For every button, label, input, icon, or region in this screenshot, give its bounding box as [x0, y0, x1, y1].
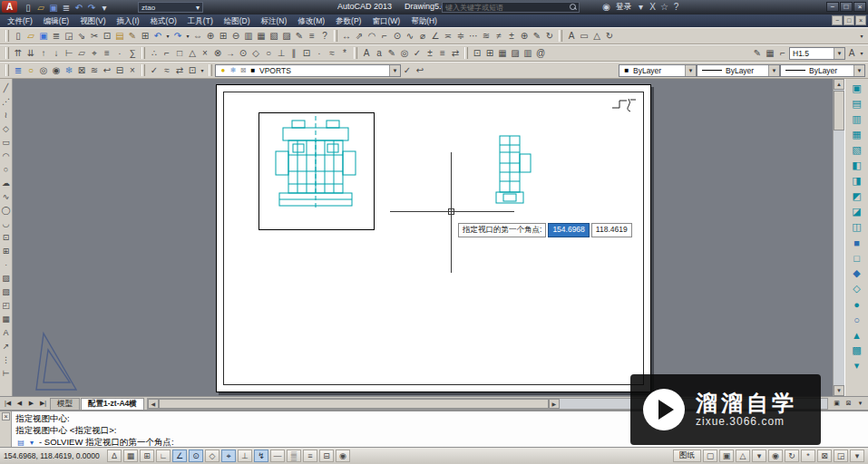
layer-color-swatch[interactable]: ■ — [249, 63, 258, 77]
side-tool-icon-15[interactable]: ● — [849, 296, 865, 312]
menu-insert[interactable]: 插入(I) — [112, 14, 145, 27]
help-icon[interactable]: ? — [670, 1, 682, 13]
layer-states-dropdown-icon[interactable]: ▾ — [199, 63, 206, 77]
line-icon[interactable]: ╱ — [0, 81, 12, 94]
auto-annotate-icon[interactable]: ↻ — [785, 450, 799, 462]
horizontal-scroll-thumb[interactable] — [159, 399, 549, 409]
maximize-button[interactable]: □ — [840, 2, 853, 12]
snap-center-icon[interactable]: ⊙ — [237, 46, 249, 60]
workspace-dropdown-icon[interactable]: ▾ — [98, 1, 111, 14]
toolbar-grip[interactable] — [5, 64, 9, 76]
dim-text-edit-icon[interactable]: A — [565, 29, 578, 43]
scroll-up-icon[interactable]: ▲ — [834, 79, 844, 90]
grid-toggle[interactable]: ⊞ — [140, 450, 154, 462]
copy-to-layer-icon[interactable]: ⊡ — [186, 63, 199, 77]
mass-properties-icon[interactable]: ∑ — [126, 46, 139, 60]
layer-previous-icon[interactable]: ↩ — [414, 63, 426, 77]
dim-continue-icon[interactable]: ⋯ — [467, 29, 480, 43]
scroll-left-icon[interactable]: ◀ — [148, 399, 159, 409]
layer-off-icon[interactable]: ○ — [24, 63, 37, 77]
clean-screen-icon[interactable]: ◲ — [834, 450, 848, 462]
dim-angular-icon[interactable]: ∠ — [429, 29, 442, 43]
qnew-icon[interactable]: ▯ — [12, 29, 24, 43]
quick-view-drawings-icon[interactable]: ▢ — [703, 450, 717, 462]
menu-window[interactable]: 窗口(W) — [366, 14, 405, 27]
toolbar-overflow-icon[interactable]: ▾ — [858, 46, 865, 60]
dim-break-icon[interactable]: ≠ — [493, 29, 505, 43]
snap-nearest-icon[interactable]: ≈ — [326, 46, 338, 60]
edit-text-icon[interactable]: ✎ — [385, 46, 398, 60]
layer-properties-icon[interactable]: ≣ — [12, 63, 24, 77]
toolbar-grip[interactable] — [141, 64, 145, 76]
tab-model[interactable]: 模型 — [50, 398, 80, 410]
make-object-layer-current-icon[interactable]: ✓ — [148, 63, 161, 77]
divide-icon[interactable]: ⋮ — [0, 353, 12, 366]
sheet-set-manager-icon[interactable]: ▨ — [280, 29, 293, 43]
snap-from-icon[interactable]: ⌐ — [161, 46, 173, 60]
save-icon[interactable]: ▣ — [37, 29, 50, 43]
side-tool-icon-3[interactable]: ▥ — [849, 111, 865, 127]
last-tab-icon[interactable]: ▶| — [37, 398, 49, 409]
find-replace-icon[interactable]: ◎ — [398, 46, 411, 60]
qnew-icon[interactable]: ▯ — [22, 1, 34, 14]
user-icon[interactable]: ◉ — [600, 1, 612, 13]
search-icon[interactable] — [568, 2, 579, 13]
snap-apparent-intersection-icon[interactable]: ⊗ — [211, 46, 224, 60]
dim-style-manager-icon[interactable]: ✎ — [751, 46, 764, 60]
side-tool-icon-11[interactable]: ■ — [849, 235, 865, 250]
dim-linear-icon[interactable]: ↔ — [340, 29, 353, 43]
justify-text-icon[interactable]: ≡ — [436, 46, 449, 60]
chevron-down-icon[interactable]: ▼ — [768, 65, 779, 76]
status-menu-dropdown-icon[interactable]: ▾ — [850, 450, 864, 462]
side-tool-icon-8[interactable]: ◩ — [849, 188, 865, 204]
ortho-toggle[interactable]: ∟ — [156, 450, 171, 462]
xref-icon[interactable]: ▦ — [496, 46, 509, 60]
chevron-down-icon[interactable]: ▼ — [389, 65, 400, 76]
insert-block-icon[interactable]: ⊡ — [0, 230, 12, 244]
convert-text-icon[interactable]: ⇄ — [449, 46, 462, 60]
menu-view[interactable]: 视图(V) — [74, 14, 111, 27]
snap-perpendicular-icon[interactable]: ⊥ — [275, 46, 288, 60]
viewport-border[interactable] — [258, 112, 375, 230]
arc-icon[interactable]: ◠ — [0, 149, 12, 162]
tray-menu-icon[interactable]: ▾ — [854, 398, 866, 409]
model-space-toggle-icon[interactable]: ▣ — [831, 398, 843, 409]
image-attach-icon[interactable]: ▨ — [509, 46, 522, 60]
ellipse-arc-icon[interactable]: ◡ — [0, 217, 12, 230]
insert-block-icon[interactable]: ⊡ — [471, 46, 483, 60]
block-editor-icon[interactable]: ⊞ — [139, 29, 151, 43]
id-point-icon[interactable]: ⌖ — [88, 46, 101, 60]
open-icon[interactable]: ▱ — [34, 1, 47, 14]
workspace-combo[interactable]: ztao ▾ — [138, 2, 203, 13]
dim-radius-icon[interactable]: ⊙ — [391, 29, 404, 43]
gradient-icon[interactable]: ▧ — [0, 285, 12, 298]
update-fields-icon[interactable]: ↻ — [603, 29, 616, 43]
side-tool-icon-1[interactable]: ▣ — [849, 81, 865, 96]
dynamic-input-toggle[interactable]: ↯ — [254, 450, 268, 462]
menu-dimension[interactable]: 标注(N) — [256, 14, 293, 27]
ellipse-icon[interactable]: ◯ — [0, 203, 12, 217]
properties-icon[interactable]: ▥ — [242, 29, 255, 43]
doc-minimize-button[interactable]: − — [832, 15, 843, 25]
dim-aligned-icon[interactable]: ⇗ — [353, 29, 366, 43]
make-block-icon[interactable]: ⊞ — [483, 46, 496, 60]
copy-icon[interactable]: ⊡ — [101, 29, 113, 43]
next-tab-icon[interactable]: ▶ — [25, 398, 37, 409]
close-button[interactable]: × — [853, 2, 866, 12]
menu-file[interactable]: 文件(F) — [2, 14, 38, 27]
dim-quick-icon[interactable]: ≍ — [442, 29, 454, 43]
zoom-window-icon[interactable]: ⊞ — [217, 29, 229, 43]
linetype-combo[interactable]: ByLayer ▼ — [697, 64, 780, 77]
exchange-icon[interactable]: X — [647, 1, 658, 13]
undo-icon[interactable]: ↶ — [151, 29, 164, 43]
ducs-toggle[interactable]: ⊥ — [238, 450, 252, 462]
snap-quadrant-icon[interactable]: ◇ — [249, 46, 262, 60]
paper-model-toggle[interactable]: 图纸 — [673, 450, 701, 462]
measure-icon[interactable]: ⊢ — [0, 366, 12, 380]
point-style-icon[interactable]: ∙ — [113, 46, 126, 60]
menu-format[interactable]: 格式(O) — [145, 14, 182, 27]
osnap-settings-icon[interactable]: * — [338, 46, 351, 60]
infer-constraints-toggle[interactable]: ∆ — [107, 450, 122, 462]
redo-icon[interactable]: ↷ — [171, 29, 184, 43]
favorites-star-icon[interactable]: ☆ — [658, 1, 670, 13]
